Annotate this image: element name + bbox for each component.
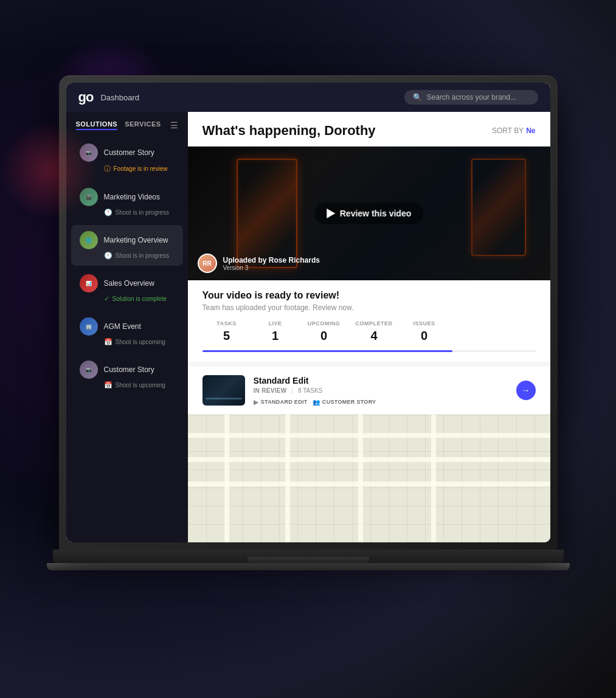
sidebar-item-agm-event[interactable]: 🏢 AGM Event 📅 Shoot is upcoming	[71, 311, 183, 352]
sidebar-item-top: 📷 Customer Story	[80, 143, 175, 162]
avatar-2: 🎬	[80, 188, 98, 206]
map-preview	[188, 415, 550, 542]
status-text-3: Shoot is in progress	[116, 252, 169, 259]
stat-tasks-label: TASKS	[216, 320, 236, 327]
sidebar-item-marketing-overview[interactable]: 🌐 Marketing Overview 🕐 Shoot is in progr…	[71, 225, 183, 266]
review-btn-label: Review this video	[340, 209, 411, 218]
status-text-2: Shoot is in progress	[116, 209, 169, 216]
stats-section: Your video is ready to review! Team has …	[188, 280, 550, 362]
task-action-icon: →	[522, 385, 530, 395]
stat-live-value: 1	[272, 329, 279, 343]
uploader-fullname: Rose Richards	[269, 256, 320, 264]
stat-issues-value: 0	[421, 329, 427, 343]
tag-icon-2: 👥	[313, 399, 320, 406]
sidebar-item-customer-story-1[interactable]: 📷 Customer Story ⓘ Footage is in review	[71, 137, 183, 179]
search-icon: 🔍	[413, 93, 422, 102]
status-icon-1: ⓘ	[104, 164, 111, 173]
status-icon-2: 🕐	[104, 209, 112, 216]
sidebar-item-customer-story-2[interactable]: 📷 Customer Story 📅 Shoot is upcoming	[71, 354, 183, 395]
play-icon	[327, 209, 335, 218]
task-card[interactable]: Standard Edit IN REVIEW | 8 TASKS ▶	[188, 367, 550, 415]
avatar-4: 📊	[80, 274, 98, 292]
map-road-v1	[224, 415, 229, 542]
laptop-screen: go Dashboard 🔍 Search across your brand.…	[59, 75, 558, 550]
main-content: SOLUTIONS SERVICES ☰ 📷 Customer	[66, 112, 550, 542]
status-text-1: Footage is in review	[114, 165, 168, 172]
task-tag-1: ▶ STANDARD EDIT	[254, 399, 308, 406]
dashboard-title: Dashboard	[100, 93, 139, 102]
video-version: Version 3	[223, 264, 320, 271]
avatar-3: 🌐	[80, 231, 98, 249]
avatar-5: 🏢	[80, 317, 98, 336]
uploader-name: Uploaded by Rose Richards	[223, 256, 320, 264]
stat-upcoming: UPCOMING 0	[300, 320, 348, 343]
sidebar-item-status-4: ✓ Solution is complete	[104, 295, 175, 303]
search-bar[interactable]: 🔍 Search across your brand...	[404, 90, 538, 105]
status-icon-3: 🕐	[104, 252, 112, 260]
stat-tasks-value: 5	[223, 329, 230, 343]
avatar-1: 📷	[80, 143, 98, 162]
video-ready-title: Your video is ready to review!	[202, 290, 536, 301]
logo: go	[78, 89, 94, 105]
sidebar-item-marketing-videos[interactable]: 🎬 Marketing Videos 🕐 Shoot is in progres…	[71, 182, 183, 223]
task-status: IN REVIEW	[254, 387, 287, 394]
page-title: What's happening, Dorothy	[202, 123, 376, 139]
review-video-button[interactable]: Review this video	[314, 202, 423, 224]
top-bar: go Dashboard 🔍 Search across your brand.…	[66, 83, 550, 112]
tag-label-1: STANDARD EDIT	[261, 399, 308, 405]
sidebar-item-status-3: 🕐 Shoot is in progress	[104, 252, 175, 260]
status-icon-4: ✓	[104, 295, 109, 303]
sidebar-item-name-3: Marketing Overview	[104, 236, 168, 244]
video-section: Review this video RR Uploaded by Rose Ri…	[188, 147, 550, 280]
task-thumbnail	[202, 375, 245, 406]
sidebar-item-status-6: 📅 Shoot is upcoming	[104, 381, 175, 389]
uploader-avatar: RR	[198, 254, 217, 273]
sidebar-item-status-1: ⓘ Footage is in review	[104, 164, 175, 173]
tab-services[interactable]: SERVICES	[125, 120, 161, 130]
stats-row: TASKS 5 LIVE 1 UPCOMING 0	[202, 320, 536, 352]
stat-completed: COMPLETED 4	[348, 320, 400, 343]
laptop-base	[53, 550, 564, 563]
sidebar-item-top-2: 🎬 Marketing Videos	[80, 188, 175, 206]
sidebar-item-top-6: 📷 Customer Story	[80, 361, 175, 379]
status-icon-5: 📅	[104, 338, 112, 346]
stat-completed-label: COMPLETED	[356, 320, 393, 327]
stat-upcoming-label: UPCOMING	[308, 320, 341, 327]
uploaded-by-prefix: Uploaded by	[223, 256, 267, 264]
task-info: Standard Edit IN REVIEW | 8 TASKS ▶	[254, 376, 508, 406]
map-road-h3	[188, 482, 550, 486]
task-thumb-inner	[202, 375, 245, 406]
sidebar-item-name-5: AGM Event	[104, 322, 141, 331]
stat-live-label: LIVE	[268, 320, 282, 327]
stat-issues-label: ISSUES	[414, 320, 435, 327]
tab-solutions[interactable]: SOLUTIONS	[76, 120, 118, 130]
page-header: What's happening, Dorothy SORT BY Ne	[188, 112, 550, 147]
sidebar-item-name-2: Marketing Videos	[104, 193, 161, 201]
search-placeholder-text: Search across your brand...	[427, 93, 516, 102]
sort-by-label: SORT BY	[492, 126, 524, 135]
task-title: Standard Edit	[254, 376, 508, 385]
map-road-v3	[358, 415, 363, 542]
task-meta: IN REVIEW | 8 TASKS	[254, 387, 508, 394]
task-action-button[interactable]: →	[516, 381, 536, 400]
stat-issues: ISSUES 0	[400, 320, 449, 343]
sidebar-item-name-1: Customer Story	[104, 148, 154, 157]
sidebar-item-top-4: 📊 Sales Overview	[80, 274, 175, 292]
sidebar-item-status-2: 🕐 Shoot is in progress	[104, 209, 175, 216]
map-road-h1	[188, 433, 550, 438]
stat-completed-value: 4	[370, 329, 377, 343]
sidebar: SOLUTIONS SERVICES ☰ 📷 Customer	[66, 112, 188, 542]
top-bar-left: go Dashboard	[78, 89, 140, 105]
stat-upcoming-value: 0	[320, 329, 327, 343]
tag-icon-1: ▶	[254, 399, 258, 406]
sidebar-item-sales-overview[interactable]: 📊 Sales Overview ✓ Solution is complete	[71, 268, 183, 309]
sort-by[interactable]: SORT BY Ne	[492, 126, 536, 135]
sidebar-item-top-3: 🌐 Marketing Overview	[80, 231, 175, 249]
sidebar-tabs: SOLUTIONS SERVICES	[76, 120, 161, 130]
filter-icon[interactable]: ☰	[170, 120, 178, 130]
stat-tasks: TASKS 5	[202, 320, 251, 343]
sidebar-item-top-5: 🏢 AGM Event	[80, 317, 175, 336]
video-ready-subtitle: Team has uploaded your footage. Review n…	[202, 303, 536, 312]
laptop-wrapper: go Dashboard 🔍 Search across your brand.…	[59, 75, 558, 623]
sidebar-header: SOLUTIONS SERVICES ☰	[66, 112, 188, 136]
